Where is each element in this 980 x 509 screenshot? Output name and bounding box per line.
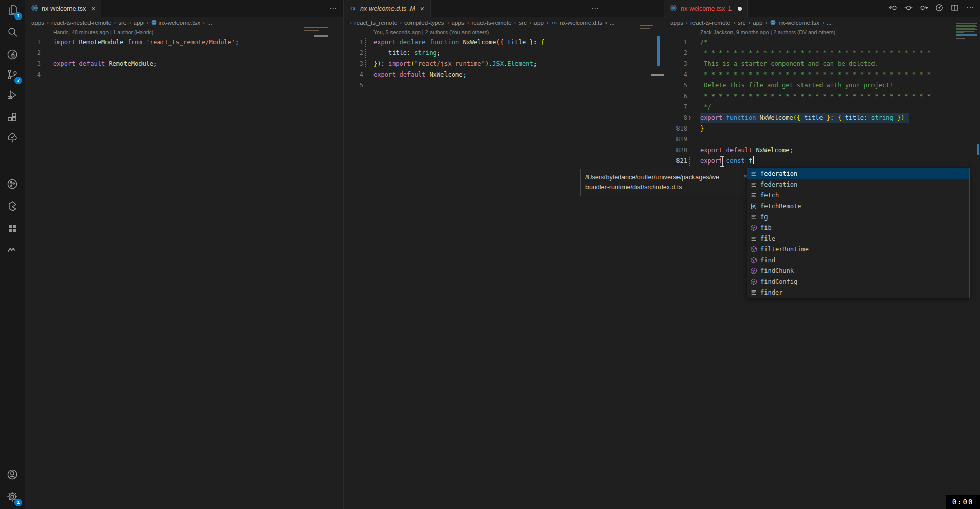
codelens-blame[interactable]: Zack Jackson, 9 months ago | 2 authors (… [664, 28, 980, 37]
breadcrumb-left[interactable]: apps›react-ts-nested-remote›src›app›nx-w… [25, 17, 344, 28]
codelens-blame[interactable]: Hanric, 48 minutes ago | 1 author (Hanri… [25, 28, 344, 37]
breadcrumb-item[interactable]: apps [31, 20, 44, 26]
prev-change-icon[interactable] [889, 4, 897, 14]
gauge-icon[interactable] [935, 4, 943, 14]
suggest-item-fetchRemote[interactable]: fetchRemote [747, 201, 969, 211]
code-line[interactable]: 5 Delete this file and get started with … [664, 80, 980, 91]
activitybar-item-run-and-debug[interactable] [0, 86, 25, 106]
breadcrumb-item[interactable]: ... [207, 20, 212, 26]
split-editor-icon[interactable] [951, 4, 959, 14]
change-icon[interactable] [904, 4, 913, 14]
tab-close-icon[interactable]: × [420, 5, 424, 13]
code-line[interactable]: 4 [25, 69, 344, 80]
editor-middle[interactable]: You, 5 seconds ago | 2 authors (You and … [344, 28, 664, 91]
editor-right[interactable]: Zack Jackson, 9 months ago | 2 authors (… [664, 28, 980, 167]
next-change-icon[interactable] [920, 4, 928, 14]
code-line[interactable]: 4 * * * * * * * * * * * * * * * * * * * … [664, 69, 980, 80]
code-line[interactable]: 3 This is a starter component and can be… [664, 59, 980, 69]
ellipsis-icon[interactable] [966, 4, 974, 14]
line-number: 8 [664, 113, 687, 123]
breadcrumb-item[interactable]: react_ts_remote [354, 20, 397, 26]
suggest-item-filterRuntime[interactable]: filterRuntime [747, 244, 969, 254]
code-line[interactable]: 5 [344, 80, 664, 91]
activitybar-item-settings[interactable]: 1 [0, 487, 25, 508]
breadcrumb-item[interactable]: src [118, 20, 126, 26]
breadcrumb-item[interactable]: ... [827, 20, 832, 26]
breadcrumb-item[interactable]: react-ts-remote [690, 20, 730, 26]
breadcrumb-item[interactable]: react-ts-nested-remote [51, 20, 111, 26]
code-line[interactable]: 4export default NxWelcome; [344, 69, 664, 80]
minimap-line [956, 38, 965, 39]
activitybar-item-source-control[interactable]: 7 [0, 65, 25, 86]
more-actions-icon[interactable]: ⋯ [329, 4, 337, 13]
suggest-item-findChunk[interactable]: findChunk [747, 265, 969, 276]
codelens-blame[interactable]: You, 5 seconds ago | 2 authors (You and … [344, 28, 664, 37]
more-actions-icon[interactable]: ⋯ [591, 4, 599, 13]
tab-nx-welcome.tsx[interactable]: nx-welcome.tsx1 [664, 0, 748, 17]
code-line[interactable]: 1import RemoteModule from 'react_ts_remo… [25, 37, 344, 48]
text-caret [753, 156, 754, 164]
activitybar-item-accounts[interactable] [0, 465, 25, 486]
code-text: }): import("react/jsx-runtime").JSX.Elem… [373, 59, 537, 69]
breadcrumb-item[interactable]: compiled-types [404, 20, 444, 26]
code-line[interactable]: 818} [664, 123, 980, 134]
breadcrumb-item[interactable]: app [534, 20, 544, 26]
code-line[interactable]: 821export const f [664, 156, 980, 167]
breadcrumb-item[interactable]: src [519, 20, 526, 26]
suggest-item-fib[interactable]: fib [747, 222, 969, 233]
breadcrumb-right[interactable]: apps›react-ts-remote›src›app›nx-welcome.… [664, 17, 980, 28]
activitybar-item-wave-extension[interactable] [0, 241, 25, 261]
breadcrumb-item[interactable]: app [134, 20, 144, 26]
breadcrumb-item[interactable]: src [738, 20, 745, 26]
breadcrumb-item[interactable]: react-ts-remote [471, 20, 511, 26]
code-line[interactable]: 3}): import("react/jsx-runtime").JSX.Ele… [344, 59, 664, 69]
suggest-item-federation[interactable]: federation [747, 179, 969, 190]
fold-chevron-icon[interactable]: ❯ [688, 113, 691, 123]
breadcrumb-separator: › [129, 19, 131, 26]
code-line[interactable]: 2 * * * * * * * * * * * * * * * * * * * … [664, 48, 980, 59]
code-line[interactable]: 1/* [664, 37, 980, 48]
breadcrumb-item[interactable]: nx-welcome.tsx [151, 19, 200, 27]
code-line[interactable]: 7 */ [664, 102, 980, 113]
suggest-item-file[interactable]: file [747, 233, 969, 244]
tab-dirty-dot-icon[interactable] [738, 7, 742, 11]
breadcrumb-item[interactable]: nx-welcome.tsx [770, 19, 819, 27]
code-line[interactable]: 820export default NxWelcome; [664, 145, 980, 156]
suggest-item-finder[interactable]: finder [747, 287, 969, 298]
tab-close-icon[interactable]: × [91, 5, 95, 13]
suggest-item-findConfig[interactable]: findConfig [747, 276, 969, 287]
suggest-item-fg[interactable]: fg [747, 211, 969, 222]
activitybar-item-ai-extension[interactable] [0, 45, 25, 66]
breadcrumb-middle[interactable]: ›react_ts_remote›compiled-types›apps›rea… [344, 17, 664, 28]
suggest-item-fetch[interactable]: fetch [747, 190, 969, 201]
breadcrumb-item[interactable]: apps [670, 20, 683, 26]
suggest-item-label: federation [760, 181, 797, 188]
breadcrumb-label: nx-welcome.tsx [159, 20, 200, 26]
activitybar-item-extensions[interactable] [0, 108, 25, 129]
breadcrumb-item[interactable]: ... [610, 20, 615, 26]
breadcrumb-item[interactable]: app [753, 20, 762, 26]
code-line[interactable]: 819 [664, 134, 980, 145]
tab-nx-welcome.d.ts[interactable]: TSnx-welcome.d.tsM× [344, 0, 431, 17]
breadcrumb-separator: › [686, 19, 688, 26]
activitybar-item-hex-extension[interactable] [0, 197, 25, 217]
code-line[interactable]: 3export default RemoteModule; [25, 59, 344, 69]
suggest-item-find[interactable]: find [747, 254, 969, 265]
overview-ruler-marker [977, 144, 979, 155]
code-line[interactable]: 2 title: string; [344, 48, 664, 59]
activitybar-item-explorer[interactable]: 1 [0, 1, 25, 22]
code-line[interactable]: 2 [25, 48, 344, 59]
suggest-item-federation[interactable]: federation [747, 168, 969, 179]
tab-nx-welcome.tsx[interactable]: nx-welcome.tsx× [25, 0, 101, 17]
editor-actions-middle: ⋯ [591, 0, 664, 17]
breadcrumb-item[interactable]: TSnx-welcome.d.ts [551, 19, 602, 27]
code-line[interactable]: 1export declare function NxWelcome({ tit… [344, 37, 664, 48]
activitybar-item-grid-extension[interactable] [0, 219, 25, 240]
code-line[interactable]: 8❯export function NxWelcome({ title }: {… [664, 113, 980, 123]
code-line[interactable]: 6 * * * * * * * * * * * * * * * * * * * … [664, 91, 980, 102]
activitybar-item-gitlens[interactable] [0, 175, 25, 195]
activitybar-item-tree-extension[interactable] [0, 129, 25, 149]
activitybar-item-search[interactable] [0, 23, 25, 44]
editor-left[interactable]: Hanric, 48 minutes ago | 1 author (Hanri… [25, 28, 344, 80]
breadcrumb-item[interactable]: apps [451, 20, 464, 26]
